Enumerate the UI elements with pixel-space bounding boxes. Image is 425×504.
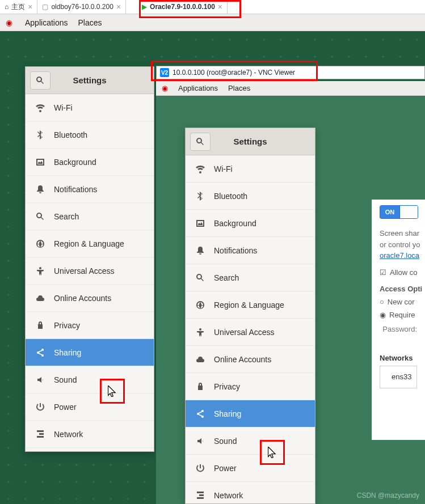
sidebar-item-label: Universal Access	[54, 266, 115, 276]
radio-new-connections[interactable]: ○ New cor	[380, 298, 417, 306]
globe-icon	[196, 300, 205, 310]
sidebar-item-bluetooth[interactable]: Bluetooth	[186, 183, 315, 210]
sidebar-item-sharing[interactable]: Sharing	[186, 400, 315, 427]
radio-off-icon: ○	[380, 298, 384, 306]
home-icon: ⌂	[5, 3, 9, 11]
watermark: CSDN @mazycandy	[357, 492, 419, 499]
close-icon[interactable]: ×	[28, 2, 32, 11]
tab-label: 主页	[11, 2, 25, 12]
sidebar-item-bluetooth[interactable]: Bluetooth	[26, 121, 154, 149]
tab-label: oldboy76-10.0.0.200	[51, 3, 113, 11]
host-menubar: ◉ Applications Places	[0, 14, 425, 31]
sidebar-item-region-language[interactable]: Region & Language	[26, 230, 154, 257]
search-icon	[36, 212, 45, 221]
sidebar-item-background[interactable]: Background	[186, 210, 315, 237]
radio-require-password[interactable]: ◉ Require	[380, 311, 417, 319]
tab-oracle[interactable]: ▶ Oracle7.9-10.0.0.100 ×	[137, 0, 228, 14]
power-icon	[36, 403, 45, 412]
sidebar-item-online-accounts[interactable]: Online Accounts	[186, 346, 315, 373]
settings-header: Settings	[26, 67, 154, 94]
sidebar-item-label: Notifications	[214, 246, 257, 255]
vnc-icon: V2	[160, 68, 169, 77]
sidebar-item-sound[interactable]: Sound	[186, 427, 315, 455]
background-icon	[196, 219, 205, 228]
sidebar-item-label: Bluetooth	[214, 192, 247, 201]
sidebar-item-search[interactable]: Search	[26, 203, 154, 230]
sidebar-item-label: Universal Access	[214, 328, 275, 337]
allow-connections-checkbox[interactable]: ☑ Allow co	[380, 268, 417, 277]
tab-oldboy[interactable]: ▢ oldboy76-10.0.0.200 ×	[37, 0, 126, 14]
sidebar-item-label: Sound	[214, 437, 237, 446]
sidebar-item-label: Power	[54, 403, 77, 412]
sidebar-item-region-language[interactable]: Region & Language	[186, 291, 315, 319]
sidebar-item-label: Network	[214, 491, 243, 500]
privacy-icon	[36, 321, 45, 330]
sidebar-item-label: Sharing	[214, 409, 241, 418]
sound-icon	[36, 375, 45, 384]
sidebar-item-label: Network	[54, 430, 83, 439]
sound-icon	[196, 437, 205, 446]
bell-icon	[196, 246, 205, 255]
sidebar-item-label: Sharing	[54, 348, 81, 357]
sidebar-item-wi-fi[interactable]: Wi-Fi	[26, 94, 154, 121]
sidebar-item-label: Power	[214, 464, 237, 473]
sidebar-item-wi-fi[interactable]: Wi-Fi	[186, 155, 315, 183]
sidebar-item-label: Online Accounts	[214, 355, 271, 364]
close-icon[interactable]: ×	[218, 2, 222, 11]
vnc-menubar: ◉ Applications Places	[156, 81, 425, 96]
network-icon	[196, 491, 205, 500]
sidebar-item-online-accounts[interactable]: Online Accounts	[26, 285, 154, 312]
globe-icon	[36, 239, 45, 248]
menu-places[interactable]: Places	[78, 18, 102, 27]
network-row[interactable]: ens33	[380, 366, 417, 388]
oracle-icon: ◉	[6, 18, 15, 27]
close-icon[interactable]: ×	[116, 2, 121, 11]
menu-applications[interactable]: Applications	[178, 84, 218, 92]
sidebar-item-power[interactable]: Power	[186, 455, 315, 482]
settings-sidebar-list: Wi-FiBluetoothBackgroundNotificationsSea…	[186, 155, 315, 504]
sidebar-item-background[interactable]: Background	[26, 149, 154, 176]
sidebar-item-label: Background	[214, 219, 256, 228]
sidebar-item-network[interactable]: Network	[186, 482, 315, 504]
cloud-icon	[196, 355, 205, 364]
search-button[interactable]	[190, 133, 211, 151]
sidebar-item-label: Search	[214, 273, 239, 282]
settings-window-1: Settings Wi-FiBluetoothBackgroundNotific…	[25, 66, 154, 452]
share-icon	[36, 348, 45, 357]
vm-off-icon: ▢	[42, 3, 48, 11]
sidebar-item-search[interactable]: Search	[186, 264, 315, 291]
access-options-heading: Access Opti	[380, 285, 417, 293]
sidebar-item-power[interactable]: Power	[26, 393, 154, 421]
universal-icon	[36, 266, 45, 276]
sidebar-item-notifications[interactable]: Notifications	[186, 237, 315, 264]
sidebar-item-privacy[interactable]: Privacy	[186, 373, 315, 400]
sidebar-item-label: Wi-Fi	[54, 103, 73, 112]
sidebar-item-universal-access[interactable]: Universal Access	[186, 319, 315, 346]
toggle-on-label: ON	[380, 206, 399, 218]
search-icon	[196, 273, 205, 282]
password-label: Password:	[380, 325, 417, 333]
sidebar-item-label: Search	[54, 212, 79, 221]
sidebar-item-notifications[interactable]: Notifications	[26, 176, 154, 203]
sidebar-item-label: Region & Language	[214, 300, 284, 310]
sidebar-item-label: Sound	[54, 375, 77, 384]
sidebar-item-label: Region & Language	[54, 239, 124, 248]
tab-home[interactable]: ⌂ 主页 ×	[0, 0, 37, 14]
sidebar-item-universal-access[interactable]: Universal Access	[26, 257, 154, 285]
network-name: ens33	[392, 372, 411, 381]
hostname-link[interactable]: oracle7.loca	[380, 251, 419, 260]
sidebar-item-network[interactable]: Network	[26, 421, 154, 448]
sidebar-item-sound[interactable]: Sound	[26, 366, 154, 393]
sharing-toggle[interactable]: ON	[380, 205, 418, 219]
sharing-description: Screen shar or control yo oracle7.loca	[380, 228, 417, 261]
share-icon	[196, 409, 205, 418]
settings-sidebar-list: Wi-FiBluetoothBackgroundNotificationsSea…	[26, 94, 154, 448]
sidebar-item-sharing[interactable]: Sharing	[26, 339, 154, 366]
background-icon	[36, 158, 45, 167]
bell-icon	[36, 185, 45, 194]
menu-places[interactable]: Places	[228, 84, 250, 92]
vnc-titlebar[interactable]: V2 10.0.0.100 (root@oracle7) - VNC Viewe…	[156, 66, 425, 79]
menu-applications[interactable]: Applications	[25, 18, 68, 27]
sidebar-item-privacy[interactable]: Privacy	[26, 312, 154, 339]
search-button[interactable]	[30, 71, 51, 90]
